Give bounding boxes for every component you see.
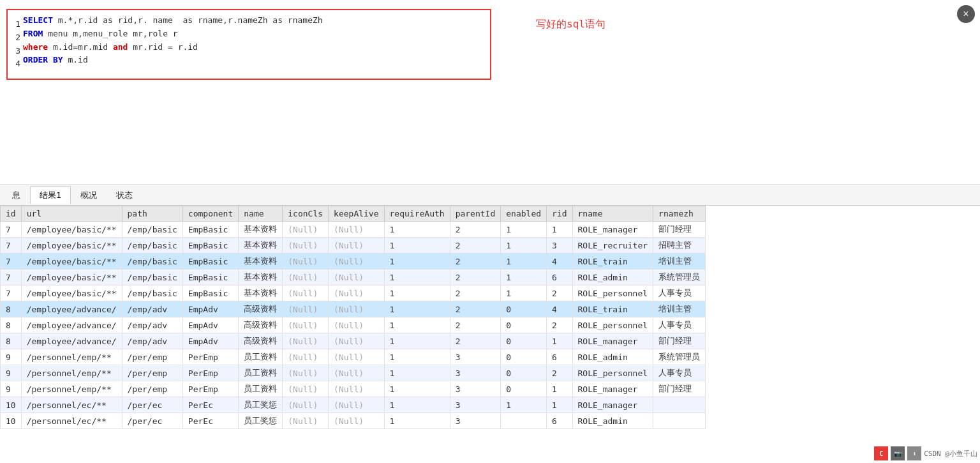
table-row[interactable]: 7/employee/basic/**/emp/basicEmpBasic基本资… [1, 285, 706, 301]
table-row[interactable]: 7/employee/basic/**/emp/basicEmpBasic基本资… [1, 254, 706, 269]
col-url: url [21, 206, 122, 222]
table-row[interactable]: 10/personnel/ec/**/per/ecPerEc员工奖惩(Null)… [1, 413, 706, 429]
tabs-row: 息 结果1 概况 状态 [0, 185, 980, 206]
sql-line-3: where m.id=mr.mid and mr.rid = r.id [23, 41, 485, 54]
tab-result1[interactable]: 结果1 [30, 186, 71, 204]
table-row[interactable]: 10/personnel/ec/**/per/ecPerEc员工奖惩(Null)… [1, 397, 706, 413]
tab-overview[interactable]: 概况 [71, 186, 107, 204]
table-row[interactable]: 8/employee/advance//emp/advEmpAdv高级资料(Nu… [1, 317, 706, 333]
tab-xi[interactable]: 息 [3, 186, 30, 204]
col-rname: rname [572, 206, 653, 222]
table-row[interactable]: 8/employee/advance//emp/advEmpAdv高级资料(Nu… [1, 301, 706, 317]
table-row[interactable]: 7/employee/basic/**/emp/basicEmpBasic基本资… [1, 238, 706, 254]
csdn-icon: C [874, 446, 888, 460]
table-row[interactable]: 9/personnel/emp/**/per/empPerEmp员工资料(Nul… [1, 381, 706, 397]
results-area[interactable]: id url path component name iconCls keepA… [0, 206, 980, 463]
col-keepalive: keepAlive [329, 206, 384, 222]
watermark: C 📷 ⬇ CSDN @小鱼千山 [874, 446, 977, 460]
col-id: id [1, 206, 22, 222]
table-body: 7/employee/basic/**/emp/basicEmpBasic基本资… [1, 222, 706, 429]
watermark-text: CSDN @小鱼千山 [924, 449, 977, 459]
table-row[interactable]: 7/employee/basic/**/emp/basicEmpBasic基本资… [1, 222, 706, 238]
hint-label: 写好的sql语句 [536, 18, 605, 31]
col-iconcls: iconCls [283, 206, 329, 222]
table-row[interactable]: 8/employee/advance//emp/advEmpAdv高级资料(Nu… [1, 333, 706, 349]
col-path: path [122, 206, 182, 222]
col-parentid: parentId [450, 206, 501, 222]
sql-line-4: ORDER BY m.id [23, 54, 485, 67]
col-name: name [239, 206, 283, 222]
editor-area: 1 2 3 4 SELECT m.*,r.id as rid,r. name a… [0, 0, 980, 185]
line-numbers: 1 2 3 4 [13, 14, 23, 75]
tab-status[interactable]: 状态 [107, 186, 142, 204]
download-icon: ⬇ [907, 446, 921, 460]
table-row[interactable]: 7/employee/basic/**/emp/basicEmpBasic基本资… [1, 269, 706, 285]
close-icon: × [963, 8, 969, 20]
col-requireauth: requireAuth [384, 206, 450, 222]
sql-content: SELECT m.*,r.id as rid,r. name as rname,… [23, 14, 485, 75]
sql-editor[interactable]: 1 2 3 4 SELECT m.*,r.id as rid,r. name a… [6, 9, 491, 80]
col-component: component [182, 206, 238, 222]
table-row[interactable]: 9/personnel/emp/**/per/empPerEmp员工资料(Nul… [1, 349, 706, 365]
col-rnamezh: rnamezh [653, 206, 706, 222]
results-table: id url path component name iconCls keepA… [0, 206, 706, 429]
sql-line-2: FROM menu m,menu_role mr,role r [23, 27, 485, 41]
camera-icon: 📷 [891, 446, 905, 460]
sql-line-1: SELECT m.*,r.id as rid,r. name as rname,… [23, 14, 485, 27]
col-rid: rid [547, 206, 572, 222]
col-enabled: enabled [501, 206, 547, 222]
table-row[interactable]: 9/personnel/emp/**/per/empPerEmp员工资料(Nul… [1, 365, 706, 381]
table-header-row: id url path component name iconCls keepA… [1, 206, 706, 222]
close-button[interactable]: × [957, 5, 975, 23]
